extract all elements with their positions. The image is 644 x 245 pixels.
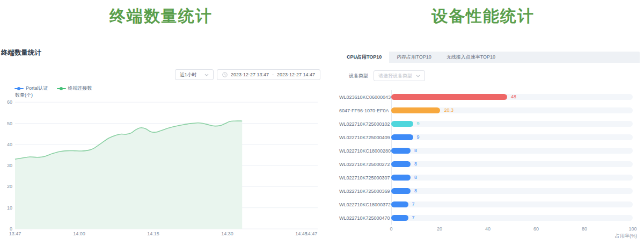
- bar-value-label: 8: [414, 188, 417, 194]
- legend-dot: [60, 87, 63, 90]
- bar-row-1: 6047-FF96-1070-EF0A20.3: [339, 104, 640, 117]
- bar-label: WL022710K725000369: [339, 189, 385, 194]
- svg-text:14:00: 14:00: [73, 231, 85, 236]
- bar-value-label: 7: [412, 201, 415, 207]
- clock-icon: [222, 72, 228, 77]
- chart-controls: 近1小时 2023-12-27 13:47 - 2023-12-27 14:47: [175, 69, 320, 80]
- performance-section: 设备性能统计 CPU占用TOP10内存占用TOP10无线接入点速率TOP10 设…: [322, 0, 644, 245]
- bar-value-label: 9: [417, 121, 420, 127]
- bar-value-label: 8: [414, 175, 417, 181]
- bar[interactable]: [391, 188, 411, 194]
- terminal-stats-section: 终端数量统计 终端数量统计 近1小时 2023-12-27 13:47 - 20…: [0, 0, 322, 245]
- device-type-filter: 设备类型 请选择设备类型: [339, 70, 640, 81]
- bar-row-3: WL022710K7250004099: [339, 131, 640, 144]
- performance-section-heading: 设备性能统计: [322, 5, 644, 27]
- bar-row-4: WL022710KC180002808: [339, 144, 640, 157]
- bar[interactable]: [391, 175, 411, 181]
- bar-track: 7: [391, 201, 633, 207]
- x-tick-label: 0: [390, 226, 392, 232]
- bar-value-label: 9: [417, 134, 420, 140]
- svg-text:20: 20: [7, 184, 12, 189]
- bar-row-7: WL022710K7250003698: [339, 184, 640, 198]
- bar-value-label: 20.3: [444, 107, 453, 113]
- date-range-end: 2023-12-27 14:47: [277, 72, 315, 77]
- y-axis-title: 数量(个): [15, 92, 33, 98]
- dashboard: 终端数量统计 终端数量统计 近1小时 2023-12-27 13:47 - 20…: [0, 0, 644, 245]
- bar-label: WL023610KC06000043: [339, 95, 385, 100]
- bar-rows: WL023610KC06000043486047-FF96-1070-EF0A2…: [339, 90, 640, 225]
- legend-dot: [17, 87, 20, 90]
- performance-card: CPU占用TOP10内存占用TOP10无线接入点速率TOP10 设备类型 请选择…: [339, 52, 640, 240]
- device-type-select[interactable]: 请选择设备类型: [374, 70, 425, 81]
- bar-track: 8: [391, 161, 633, 167]
- x-tick-label: 80: [582, 226, 587, 232]
- bar-label: 6047-FF96-1070-EF0A: [339, 108, 385, 113]
- bar[interactable]: [391, 94, 507, 100]
- svg-text:14:15: 14:15: [147, 231, 159, 236]
- tab-0[interactable]: CPU占用TOP10: [339, 52, 389, 63]
- x-tick-label: 40: [485, 226, 491, 232]
- svg-text:14:47: 14:47: [305, 231, 318, 236]
- terminal-card-title: 终端数量统计: [1, 48, 41, 57]
- tab-1[interactable]: 内存占用TOP10: [389, 52, 438, 63]
- date-range-start: 2023-12-27 13:47: [231, 72, 269, 77]
- tab-2[interactable]: 无线接入点速率TOP10: [439, 52, 503, 63]
- bar-track: 8: [391, 188, 633, 194]
- bar-track: 9: [391, 121, 633, 127]
- time-range-value: 近1小时: [180, 71, 197, 78]
- svg-text:30: 30: [7, 163, 12, 168]
- bar-value-label: 48: [511, 94, 516, 100]
- bar-row-2: WL022710K7250001029: [339, 117, 640, 131]
- svg-text:50: 50: [7, 121, 12, 126]
- bar-row-5: WL022710K7250002728: [339, 157, 640, 171]
- bar-track: 48: [391, 94, 633, 100]
- bar-value-label: 8: [414, 148, 417, 154]
- bar-label: WL022710K725000409: [339, 135, 385, 140]
- bar-track: 8: [391, 148, 633, 154]
- bar[interactable]: [391, 121, 413, 127]
- svg-text:10: 10: [7, 205, 12, 211]
- date-range-separator: -: [272, 72, 274, 77]
- bar-track: 8: [391, 175, 633, 181]
- bar-x-ticks: 020406080100: [391, 225, 633, 232]
- bar-label: WL022710K725000272: [339, 162, 385, 167]
- device-type-placeholder: 请选择设备类型: [378, 73, 412, 80]
- date-range-picker[interactable]: 2023-12-27 13:47 - 2023-12-27 14:47: [217, 69, 320, 80]
- bar-track: 20.3: [391, 107, 633, 113]
- bar-row-0: WL023610KC0600004348: [339, 90, 640, 104]
- bar-label: WL022710KC18000372: [339, 202, 385, 207]
- x-tick-label: 60: [533, 226, 539, 232]
- bar[interactable]: [391, 134, 413, 140]
- cpu-top10-bar-chart: WL023610KC06000043486047-FF96-1070-EF0A2…: [339, 90, 640, 240]
- bar-track: 9: [391, 134, 633, 140]
- chevron-down-icon: [416, 75, 420, 77]
- x-tick-label: 20: [437, 226, 442, 232]
- bar-value-label: 8: [414, 161, 417, 167]
- svg-text:13:47: 13:47: [9, 231, 21, 236]
- bar[interactable]: [391, 201, 408, 207]
- performance-tabs: CPU占用TOP10内存占用TOP10无线接入点速率TOP10: [339, 52, 640, 63]
- bar-row-8: WL022710KC180003727: [339, 198, 640, 211]
- time-range-select[interactable]: 近1小时: [175, 69, 214, 80]
- svg-text:40: 40: [7, 142, 12, 147]
- bar-row-6: WL022710K7250003078: [339, 171, 640, 184]
- svg-text:60: 60: [7, 99, 12, 105]
- device-type-label: 设备类型: [349, 73, 368, 80]
- bar-track: 7: [391, 215, 633, 221]
- terminal-area-chart: 数量(个) 0102030405060 13:4714:0014:1514:30…: [0, 90, 322, 243]
- bar[interactable]: [391, 215, 408, 221]
- svg-text:14:30: 14:30: [221, 231, 233, 236]
- chevron-down-icon: [204, 74, 209, 76]
- x-axis-title: 占用率(%): [391, 233, 637, 240]
- bar-label: WL022710K725000470: [339, 215, 385, 221]
- bar-label: WL022710KC18000280: [339, 148, 385, 154]
- x-tick-label: 100: [628, 226, 636, 232]
- bar-row-9: WL022710K7250004707: [339, 211, 640, 225]
- bar-value-label: 7: [412, 215, 415, 221]
- bar-label: WL022710K725000307: [339, 175, 385, 181]
- bar[interactable]: [391, 107, 440, 113]
- bar[interactable]: [391, 148, 411, 154]
- bar-label: WL022710K725000102: [339, 121, 385, 127]
- terminal-section-heading: 终端数量统计: [0, 5, 322, 27]
- bar[interactable]: [391, 161, 411, 167]
